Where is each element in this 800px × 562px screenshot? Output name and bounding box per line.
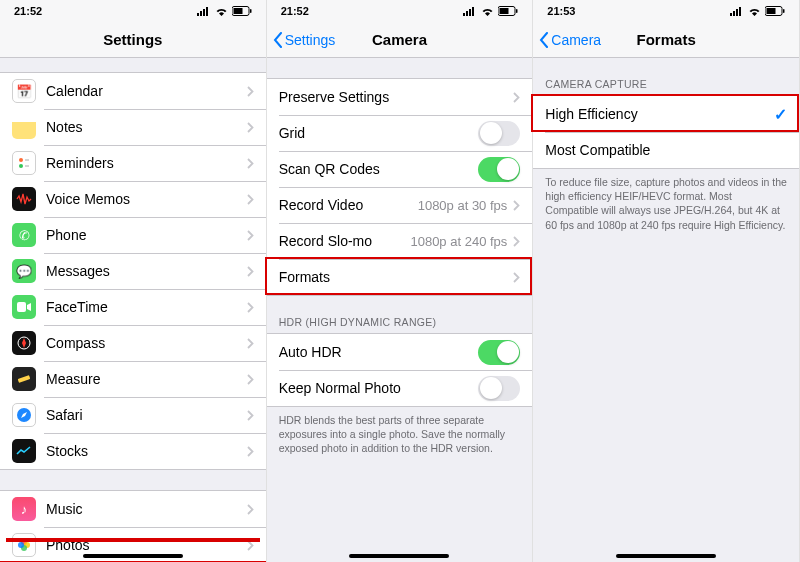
chevron-right-icon <box>247 446 254 457</box>
chevron-right-icon <box>513 200 520 211</box>
status-indicators <box>463 6 518 16</box>
row-messages[interactable]: 💬Messages <box>0 253 266 289</box>
row-label: Safari <box>46 407 241 423</box>
row-auto-hdr[interactable]: Auto HDR <box>267 334 533 370</box>
svg-rect-30 <box>500 8 509 14</box>
row-label: High Efficiency <box>545 106 774 122</box>
row-label: Notes <box>46 119 241 135</box>
svg-rect-25 <box>463 13 465 16</box>
row-phone[interactable]: ✆Phone <box>0 217 266 253</box>
hdr-section-header: HDR (HIGH DYNAMIC RANGE) <box>267 296 533 333</box>
svg-rect-37 <box>766 8 775 14</box>
row-reminders[interactable]: Reminders <box>0 145 266 181</box>
row-label: Photos <box>46 537 241 553</box>
row-notes[interactable]: Notes <box>0 109 266 145</box>
camera-settings-list[interactable]: Preserve Settings Grid Scan QR Codes Rec… <box>267 58 533 562</box>
scan-qr-toggle[interactable] <box>478 157 520 182</box>
status-bar: 21:52 <box>0 0 266 22</box>
back-label: Camera <box>551 32 601 48</box>
svg-rect-1 <box>200 11 202 16</box>
keep-normal-toggle[interactable] <box>478 376 520 401</box>
row-label: Record Video <box>279 197 412 213</box>
row-label: Preserve Settings <box>279 89 508 105</box>
chevron-right-icon <box>513 236 520 247</box>
calendar-icon: 📅 <box>12 79 36 103</box>
music-icon: ♪ <box>12 497 36 521</box>
row-formats[interactable]: Formats <box>267 259 533 295</box>
nav-header: Settings <box>0 22 266 58</box>
row-most-compatible[interactable]: Most Compatible <box>533 132 799 168</box>
svg-rect-13 <box>18 375 31 383</box>
svg-rect-5 <box>233 8 242 14</box>
row-label: Calendar <box>46 83 241 99</box>
stocks-icon <box>12 439 36 463</box>
chevron-right-icon <box>247 86 254 97</box>
status-bar: 21:52 <box>267 0 533 22</box>
row-voice-memos[interactable]: Voice Memos <box>0 181 266 217</box>
chevron-right-icon <box>247 230 254 241</box>
svg-rect-34 <box>736 9 738 16</box>
row-keep-normal[interactable]: Keep Normal Photo <box>267 370 533 406</box>
formats-group: High Efficiency✓ Most Compatible <box>533 95 799 169</box>
svg-rect-31 <box>516 9 518 13</box>
formats-list[interactable]: CAMERA CAPTURE High Efficiency✓ Most Com… <box>533 58 799 562</box>
formats-screen: 21:53 Camera Formats CAMERA CAPTURE High… <box>533 0 800 562</box>
row-label: FaceTime <box>46 299 241 315</box>
home-indicator[interactable] <box>349 554 449 558</box>
chevron-right-icon <box>247 266 254 277</box>
row-music[interactable]: ♪Music <box>0 491 266 527</box>
chevron-left-icon <box>539 32 549 48</box>
home-indicator[interactable] <box>616 554 716 558</box>
nav-header: Camera Formats <box>533 22 799 58</box>
row-safari[interactable]: Safari <box>0 397 266 433</box>
row-scan-qr[interactable]: Scan QR Codes <box>267 151 533 187</box>
row-label: Scan QR Codes <box>279 161 479 177</box>
svg-point-8 <box>19 164 23 168</box>
compass-icon <box>12 331 36 355</box>
svg-rect-33 <box>733 11 735 16</box>
home-indicator[interactable] <box>83 554 183 558</box>
measure-icon <box>12 367 36 391</box>
back-label: Settings <box>285 32 336 48</box>
checkmark-icon: ✓ <box>774 105 787 124</box>
row-grid[interactable]: Grid <box>267 115 533 151</box>
settings-screen: 21:52 Settings 📅Calendar Notes Reminders… <box>0 0 267 562</box>
row-stocks[interactable]: Stocks <box>0 433 266 469</box>
row-measure[interactable]: Measure <box>0 361 266 397</box>
photos-icon <box>12 533 36 557</box>
auto-hdr-toggle[interactable] <box>478 340 520 365</box>
chevron-right-icon <box>513 272 520 283</box>
row-label: Music <box>46 501 241 517</box>
svg-rect-3 <box>206 7 208 16</box>
row-label: Measure <box>46 371 241 387</box>
back-button[interactable]: Settings <box>273 32 336 48</box>
formats-footer: To reduce file size, capture photos and … <box>533 169 799 232</box>
svg-rect-35 <box>739 7 741 16</box>
settings-list[interactable]: 📅Calendar Notes Reminders Voice Memos ✆P… <box>0 58 266 562</box>
row-record-video[interactable]: Record Video1080p at 30 fps <box>267 187 533 223</box>
back-button[interactable]: Camera <box>539 32 601 48</box>
settings-group-apps: 📅Calendar Notes Reminders Voice Memos ✆P… <box>0 72 266 470</box>
row-calendar[interactable]: 📅Calendar <box>0 73 266 109</box>
row-compass[interactable]: Compass <box>0 325 266 361</box>
messages-icon: 💬 <box>12 259 36 283</box>
capture-section-header: CAMERA CAPTURE <box>533 58 799 95</box>
row-preserve-settings[interactable]: Preserve Settings <box>267 79 533 115</box>
detail-text: 1080p at 30 fps <box>418 198 508 213</box>
svg-rect-26 <box>466 11 468 16</box>
safari-icon <box>12 403 36 427</box>
svg-point-7 <box>19 158 23 162</box>
svg-rect-0 <box>197 13 199 16</box>
row-label: Auto HDR <box>279 344 479 360</box>
svg-rect-11 <box>17 302 26 312</box>
settings-group-media: ♪Music Photos Camera Game Center <box>0 490 266 562</box>
row-record-slomo[interactable]: Record Slo-mo1080p at 240 fps <box>267 223 533 259</box>
row-label: Messages <box>46 263 241 279</box>
row-high-efficiency[interactable]: High Efficiency✓ <box>533 96 799 132</box>
status-indicators <box>197 6 252 16</box>
row-facetime[interactable]: FaceTime <box>0 289 266 325</box>
row-label: Voice Memos <box>46 191 241 207</box>
row-label: Stocks <box>46 443 241 459</box>
chevron-right-icon <box>247 410 254 421</box>
grid-toggle[interactable] <box>478 121 520 146</box>
